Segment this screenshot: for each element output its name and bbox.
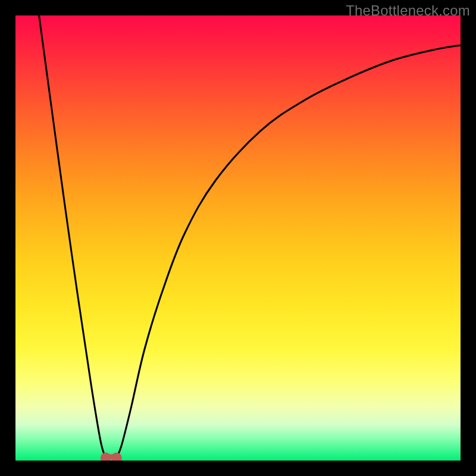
chart-frame <box>15 15 461 461</box>
trough-left-dot <box>101 453 111 461</box>
curve-right-branch <box>117 45 461 458</box>
bottleneck-curve-svg <box>15 15 461 461</box>
watermark-text: TheBottleneck.com <box>346 2 470 19</box>
curve-left-branch <box>39 15 106 458</box>
trough-right-dot <box>111 453 122 461</box>
